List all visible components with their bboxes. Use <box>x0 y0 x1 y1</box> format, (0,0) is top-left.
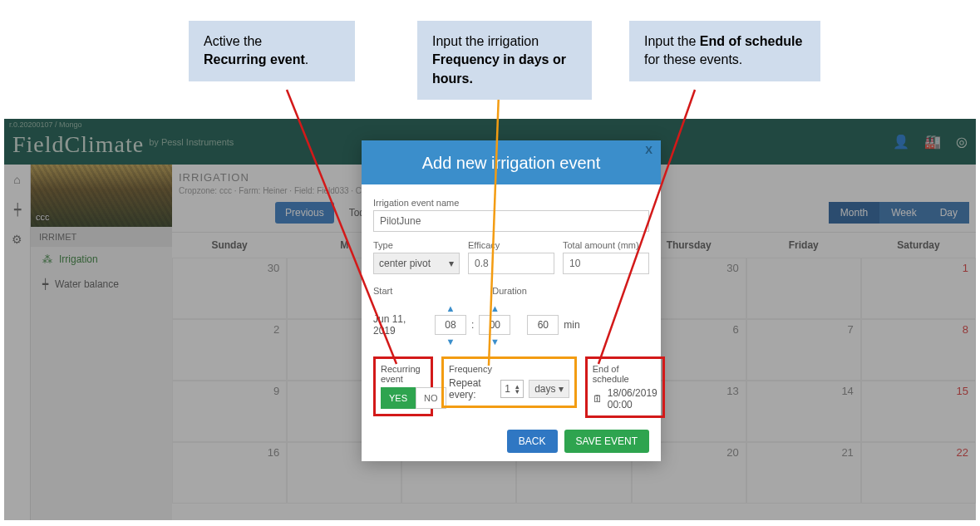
modal-close-button[interactable]: X <box>645 144 653 156</box>
repeat-value-input[interactable]: 1▴▾ <box>500 380 524 398</box>
end-schedule-box: End of schedule 🗓 18/06/2019 00:00 <box>585 356 665 418</box>
type-select[interactable]: center pivot▾ <box>373 253 460 274</box>
repeat-unit-select[interactable]: days▾ <box>529 380 569 398</box>
start-date-text: Jun 11, 2019 <box>373 313 430 337</box>
hour-up-icon[interactable]: ▲ <box>446 303 456 313</box>
start-label: Start <box>373 286 392 296</box>
event-name-label: Irrigation event name <box>373 198 649 208</box>
recurring-toggle[interactable]: YES NO <box>381 387 426 409</box>
end-date-input[interactable]: 18/06/2019 00:00 <box>608 387 657 410</box>
end-label: End of schedule <box>593 364 657 384</box>
total-input[interactable]: 10 <box>563 253 649 274</box>
event-name-input[interactable]: PilotJune <box>373 210 649 232</box>
repeat-label: Repeat every: <box>449 377 495 401</box>
callout-recurring: Active theRecurring event. <box>189 21 355 81</box>
total-label: Total amount (mm) <box>563 240 649 250</box>
hour-down-icon[interactable]: ▼ <box>446 337 456 347</box>
callout-endschedule: Input the End of schedule for these even… <box>629 21 820 81</box>
recurring-label: Recurring event <box>381 364 426 384</box>
duration-unit: min <box>564 319 579 331</box>
efficacy-input[interactable]: 0.8 <box>468 253 554 274</box>
modal-header: Add new irrigation event X <box>362 140 661 184</box>
modal-title: Add new irrigation event <box>422 154 601 172</box>
min-up-icon[interactable]: ▲ <box>490 303 500 313</box>
recurring-yes[interactable]: YES <box>381 387 416 409</box>
efficacy-label: Efficacy <box>468 240 554 250</box>
chevron-down-icon: ▾ <box>449 258 454 269</box>
start-min-input[interactable]: 00 <box>479 315 510 335</box>
chevron-down-icon: ▾ <box>559 383 564 395</box>
calendar-icon[interactable]: 🗓 <box>593 393 603 405</box>
start-hour-input[interactable]: 08 <box>435 315 466 335</box>
min-down-icon[interactable]: ▼ <box>490 337 500 347</box>
add-irrigation-modal: Add new irrigation event X Irrigation ev… <box>362 140 661 461</box>
back-button[interactable]: BACK <box>507 430 558 453</box>
frequency-label: Frequency <box>449 364 569 374</box>
duration-input[interactable]: 60 <box>527 315 559 335</box>
save-event-button[interactable]: SAVE EVENT <box>564 430 649 453</box>
app-window: r.0.20200107 / Mongo FieldClimate by Pes… <box>4 119 976 520</box>
callout-frequency: Input the irrigationFrequency in days or… <box>417 21 592 100</box>
recurring-box: Recurring event YES NO <box>373 356 433 416</box>
frequency-box: Frequency Repeat every: 1▴▾ days▾ <box>441 356 577 408</box>
duration-label: Duration <box>492 286 527 296</box>
type-label: Type <box>373 240 460 250</box>
